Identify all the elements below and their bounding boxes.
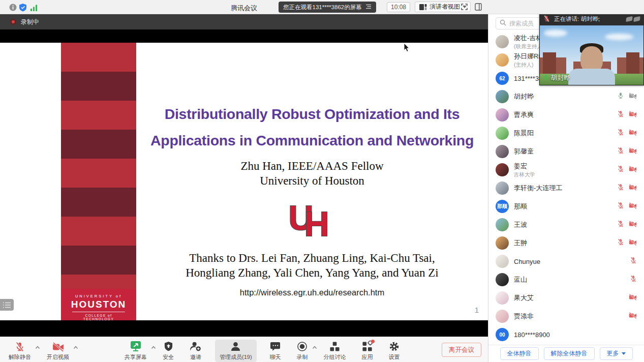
camera-off-icon[interactable] xyxy=(629,92,637,101)
mic-muted-icon[interactable] xyxy=(617,147,624,156)
toolbar-camera-off[interactable]: 开启视频 xyxy=(44,340,72,362)
toolbar-breakout[interactable]: 分组讨论 xyxy=(321,340,349,362)
record-icon xyxy=(297,341,308,352)
leave-meeting-button[interactable]: 离开会议 xyxy=(442,343,481,357)
logo-text-college: COLLEGE of TECHNOLOGY xyxy=(72,312,125,320)
toolbar-shield[interactable]: 安全 xyxy=(160,340,176,362)
dropdown-arrow-icon xyxy=(622,352,626,355)
member-row[interactable]: 王波 xyxy=(488,216,644,234)
toolbar-label: 录制 xyxy=(297,353,308,361)
member-avatar: 62 xyxy=(496,72,509,85)
camera-off-icon[interactable] xyxy=(629,184,637,193)
search-icon xyxy=(500,19,506,28)
member-row[interactable]: 那顺那顺 xyxy=(488,197,644,216)
fullscreen-icon[interactable] xyxy=(461,3,468,13)
gear-icon xyxy=(389,341,400,352)
pill-menu-icon[interactable] xyxy=(365,4,372,10)
mic-muted-icon[interactable] xyxy=(630,275,637,284)
camera-off-icon[interactable] xyxy=(629,165,637,174)
member-name: 曹承爽 xyxy=(514,110,617,119)
mic-muted-icon[interactable] xyxy=(617,184,624,193)
mic-muted-icon[interactable] xyxy=(617,110,624,119)
toolbar-mic-muted[interactable]: 解除静音 xyxy=(6,340,34,362)
member-row[interactable]: 蓝山 xyxy=(488,270,644,289)
camera-off-icon[interactable] xyxy=(629,147,637,156)
mic-on-icon[interactable] xyxy=(617,92,624,101)
mute-all-button[interactable]: 全体静音 xyxy=(500,347,539,360)
presentation-slide: UNIVERSITY of HOUSTON COLLEGE of TECHNOL… xyxy=(0,43,488,320)
chevron-up-icon[interactable] xyxy=(35,342,40,351)
toolbar-invite[interactable]: 邀请 xyxy=(187,340,204,362)
speaker-name-tag: 胡封晔 xyxy=(543,74,570,82)
camera-off-icon[interactable] xyxy=(629,238,637,248)
member-row[interactable]: 姜宏吉林大学 xyxy=(488,161,644,179)
member-row[interactable]: 郭馨童 xyxy=(488,142,644,161)
window-top-bar: 腾讯会议 您正在观看131****3862的屏幕 10:08 演讲者视图 xyxy=(0,0,644,14)
member-row[interactable]: 00180****8900 xyxy=(488,325,644,344)
toolbar-gear[interactable]: 设置 xyxy=(386,340,403,362)
video-corner-decoration-icons xyxy=(626,17,640,21)
toolbar-screen-share[interactable]: 共享屏幕 xyxy=(122,340,149,362)
camera-off-icon[interactable] xyxy=(629,110,637,119)
side-panel-toggle-icon[interactable] xyxy=(475,3,482,13)
member-avatar xyxy=(496,108,509,122)
collapsed-panel-handle[interactable] xyxy=(0,299,14,311)
camera-off-icon[interactable] xyxy=(629,202,637,211)
camera-off-icon[interactable] xyxy=(629,129,637,138)
camera-off-icon[interactable] xyxy=(629,293,637,303)
member-row[interactable]: 王翀 xyxy=(488,234,644,252)
member-row[interactable]: 陈晨阳 xyxy=(488,124,644,142)
mic-muted-icon[interactable] xyxy=(617,129,624,138)
member-row[interactable]: 李轩衡-大连理工 xyxy=(488,179,644,197)
member-row[interactable]: 曹承爽 xyxy=(488,106,644,124)
meeting-toolbar: 解除静音 开启视频 共享屏幕安全邀请管理成员(19)聊天录制分组讨论应用设置 离… xyxy=(0,337,488,362)
chevron-up-icon[interactable] xyxy=(312,342,317,351)
member-panel-footer: 全体静音 解除全体静音 更多 xyxy=(488,345,644,362)
meeting-window: 腾讯会议 您正在观看131****3862的屏幕 10:08 演讲者视图 录制中… xyxy=(0,0,644,362)
toolbar-apps[interactable]: 应用 xyxy=(359,340,376,362)
chevron-up-icon[interactable] xyxy=(73,342,78,351)
member-avatar xyxy=(496,182,509,195)
toolbar-members[interactable]: 管理成员(19) xyxy=(215,340,257,362)
member-role: 吉林大学 xyxy=(514,171,617,178)
stripe-band xyxy=(61,130,136,159)
camera-off-icon[interactable] xyxy=(629,312,637,321)
recording-dot-icon xyxy=(10,19,16,25)
mic-muted-icon[interactable] xyxy=(630,257,637,266)
toolbar-record[interactable]: 录制 xyxy=(294,340,311,362)
more-button[interactable]: 更多 xyxy=(600,347,633,360)
mic-muted-icon[interactable] xyxy=(617,238,624,248)
member-name: Chunyue xyxy=(514,258,630,265)
member-row[interactable]: 贾涤非 xyxy=(488,307,644,325)
toolbar-label: 设置 xyxy=(389,353,400,361)
member-avatar xyxy=(496,218,509,231)
speaker-video-thumbnail[interactable]: 正在讲话: 胡封晔; 胡封晔 xyxy=(539,13,644,85)
toolbar-left-group: 解除静音 开启视频 xyxy=(6,340,72,362)
monogram-h: H xyxy=(304,205,329,242)
apps-icon xyxy=(362,341,373,352)
security-shield-icon[interactable] xyxy=(19,4,26,14)
member-name: 郭馨童 xyxy=(514,147,617,156)
unmute-all-button[interactable]: 解除全体静音 xyxy=(544,347,595,360)
speaker-name: 胡封晔 xyxy=(551,74,570,82)
mic-muted-icon xyxy=(543,15,550,24)
member-row[interactable]: 果大艾 xyxy=(488,289,644,307)
app-title: 腾讯会议 xyxy=(231,4,257,13)
watching-screen-pill[interactable]: 您正在观看131****3862的屏幕 xyxy=(279,2,376,13)
stripe-band xyxy=(61,159,136,188)
camera-off-icon[interactable] xyxy=(629,220,637,229)
member-row[interactable]: Chunyue xyxy=(488,252,644,270)
mic-muted-icon[interactable] xyxy=(617,202,624,211)
chevron-up-icon[interactable] xyxy=(151,342,156,351)
mic-muted-icon[interactable] xyxy=(617,220,624,229)
toolbar-label: 聊天 xyxy=(270,353,281,361)
member-avatar xyxy=(496,90,509,103)
university-logo-block: UNIVERSITY of HOUSTON COLLEGE of TECHNOL… xyxy=(61,289,136,320)
slide-page-number: 1 xyxy=(475,306,479,314)
network-signal-icon[interactable] xyxy=(30,4,38,13)
member-row[interactable]: 胡封晔 xyxy=(488,87,644,106)
toolbar-chat[interactable]: 聊天 xyxy=(267,340,284,362)
slide-title-line2: Applications in Communication and Networ… xyxy=(136,132,488,149)
mic-muted-icon[interactable] xyxy=(617,165,624,174)
info-icon[interactable] xyxy=(9,4,17,13)
